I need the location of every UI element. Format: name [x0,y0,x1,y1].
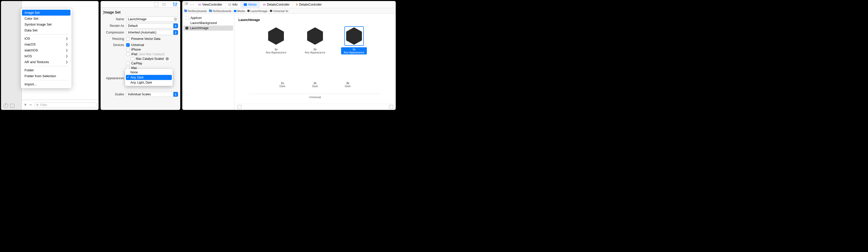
chevron-right-icon: ❯ [66,49,68,52]
scales-select[interactable]: Individual Scales [126,92,178,97]
asset-catalog-panel: ‹ › mViewController Info Media mDetailsC… [182,1,396,110]
slot-3x-dark[interactable]: 3xDark [338,60,358,88]
view-mode-button[interactable] [238,105,242,109]
filter-icon [36,104,39,107]
folder-icon [209,10,212,12]
device-iphone[interactable]: iPhone [126,47,178,52]
canvas-title: LaunchImage [239,18,392,22]
appearances-label: Appearances [103,77,126,80]
inspector-panel: ❯ Image Set Name LaunchImage✕ Render As … [101,1,180,110]
asset-appicon[interactable]: AppIcon [183,15,233,21]
left-sidebar [1,1,22,110]
filter-input[interactable]: Filter [34,103,96,108]
device-ipad[interactable]: iPad (and Mac Catalyst) [126,52,178,56]
tab-info[interactable]: Info [225,1,241,8]
image-well[interactable] [268,27,284,45]
breadcrumb-item[interactable]: Universal 3x [270,9,288,12]
appearance-none[interactable]: None [126,70,172,75]
menu-item-macos[interactable]: macOS❯ [22,41,70,47]
hexagon-icon [270,10,272,12]
view-options-button[interactable] [389,105,393,109]
slot-2x-any[interactable]: 2xAny Appearance [302,26,328,54]
slot-2x-dark[interactable]: 2xDark [305,60,325,88]
image-well[interactable] [274,61,290,79]
grid-icon[interactable] [10,104,14,108]
scales-label: Scales [103,92,126,96]
menu-item-ios[interactable]: iOS❯ [22,35,70,41]
nav-forward[interactable]: › [192,3,193,6]
tool-icon[interactable] [154,2,158,6]
tool-icon[interactable] [162,2,166,6]
menu-item-symbol-image-set[interactable]: Symbol Image Set [22,22,70,27]
image-well[interactable] [346,27,362,45]
render-label: Render As [103,24,126,28]
image-well[interactable] [307,61,323,79]
image-well[interactable] [307,27,323,45]
render-select[interactable]: Default [126,23,178,28]
compression-select[interactable]: Inherited (Automatic) [126,30,178,35]
breadcrumb-item[interactable]: NoStoryboards [184,9,207,12]
asset-launchimage[interactable]: LaunchImage [183,26,233,31]
appearance-any-light-dark[interactable]: Any, Light, Dark [126,80,172,85]
asset-canvas: LaunchImage 1xAny Appearance 2xAny Appea… [235,14,396,110]
slot-1x-any[interactable]: 1xAny Appearance [263,26,289,54]
breadcrumb: NoStoryboards› NoStoryboards› Media› Lau… [182,8,396,14]
svg-rect-12 [186,4,188,5]
clear-icon[interactable]: ✕ [174,18,177,21]
svg-rect-11 [186,2,188,3]
nav-back[interactable]: ‹ [190,3,191,6]
menu-item-image-set[interactable]: Image Set [22,10,70,16]
history-icon[interactable] [4,103,8,108]
inspector-title: Image Set [101,9,180,16]
tab-detailscontroller-m[interactable]: mDetailsController [260,1,293,8]
resizing-checkbox[interactable]: Preserve Vector Data [126,36,178,41]
device-carplay[interactable]: CarPlay [126,61,178,66]
device-universal[interactable]: ✓Universal [126,43,178,47]
scale-row-any: 1xAny Appearance 2xAny Appearance 3xAny … [239,26,392,54]
menu-item-watchos[interactable]: watchOS❯ [22,47,70,53]
appearance-any-dark[interactable]: Any, Dark [126,75,172,80]
tab-media[interactable]: Media [241,1,260,8]
menu-item-folder-selection[interactable]: Folder from Selection [22,73,70,79]
menu-item-tvos[interactable]: tvOS❯ [22,53,70,59]
remove-button[interactable]: − [29,102,32,108]
tab-detailscontroller-h[interactable]: hDetailsController [293,1,325,8]
menu-item-ar-textures[interactable]: AR and Textures❯ [22,59,70,65]
device-mac-catalyst-scaled[interactable]: Mac Catalyst Scaledi [126,56,178,61]
menu-item-folder[interactable]: Folder [22,67,70,73]
menu-item-color-set[interactable]: Color Set [22,16,70,22]
name-input[interactable]: LaunchImage✕ [126,17,178,22]
plist-icon [228,4,231,6]
svg-point-7 [173,3,174,4]
context-menu-panel: Image Set Color Set Symbol Image Set Dat… [1,1,98,110]
devices-label: Devices [103,43,126,47]
back-icon[interactable]: ❯ [102,10,105,14]
select-arrow-icon [173,30,178,35]
tab-viewcontroller[interactable]: mViewController [195,1,225,8]
info-icon[interactable]: i [166,57,169,60]
breadcrumb-item[interactable]: LaunchImage [247,9,268,12]
chevron-right-icon: ❯ [66,37,68,40]
slot-3x-any[interactable]: 3xAny Appearance [341,26,367,54]
appicon-placeholder-icon [185,16,189,20]
chevron-right-icon: ❯ [66,54,68,58]
add-button[interactable]: + [24,102,27,108]
breadcrumb-item[interactable]: Media [234,9,245,12]
assets-icon [234,10,237,12]
h-file-icon: h [296,3,298,6]
image-well[interactable] [340,61,355,79]
breadcrumb-item[interactable]: NoStoryboards [209,9,231,12]
attributes-inspector-icon[interactable] [173,2,178,7]
menu-item-import[interactable]: Import... [22,81,70,87]
group-label: Universal [239,95,392,99]
chevron-right-icon: ❯ [66,60,68,64]
menu-item-data-set[interactable]: Data Set [22,27,70,33]
asset-launchbackground[interactable]: LaunchBackground [183,21,233,26]
canvas-footer [236,104,395,109]
hexagon-icon [185,27,188,30]
hexagon-icon [247,10,250,12]
menu-separator [24,66,68,66]
scale-row-dark: 1xDark 2xDark 3xDark [239,60,392,88]
slot-1x-dark[interactable]: 1xDark [273,60,292,88]
layout-icon[interactable] [184,2,188,5]
